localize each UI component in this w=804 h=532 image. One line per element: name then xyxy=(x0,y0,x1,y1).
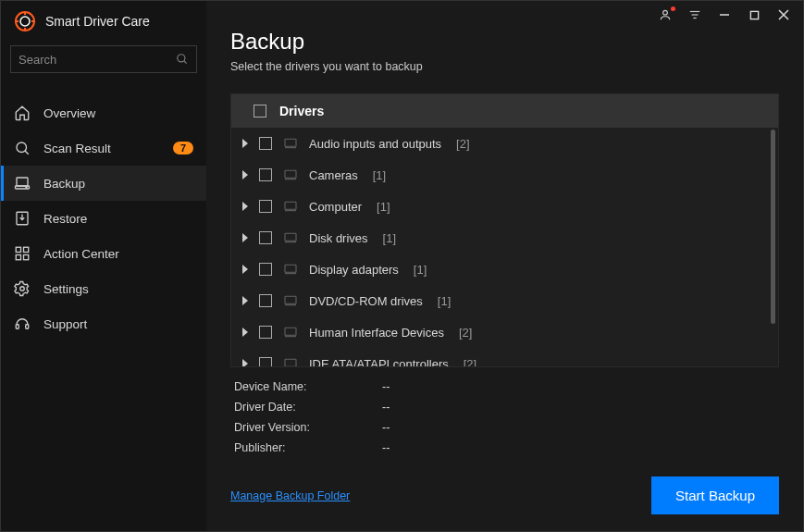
svg-point-12 xyxy=(17,142,27,153)
scrollbar-thumb[interactable] xyxy=(771,130,775,324)
search-input[interactable] xyxy=(10,45,197,73)
sidebar-item-label: Restore xyxy=(43,212,87,226)
driver-category-row[interactable]: IDE ATA/ATAPI controllers[2] xyxy=(231,348,778,366)
category-checkbox[interactable] xyxy=(259,200,272,213)
close-button[interactable] xyxy=(775,6,792,23)
page-subtitle: Select the drivers you want to backup xyxy=(230,60,779,73)
svg-point-9 xyxy=(20,17,30,26)
sidebar-item-backup[interactable]: Backup xyxy=(1,166,206,201)
sidebar-item-overview[interactable]: Overview xyxy=(1,95,206,130)
svg-rect-22 xyxy=(24,255,29,260)
nav-icon xyxy=(14,245,31,262)
sidebar-item-restore[interactable]: Restore xyxy=(1,201,206,236)
category-checkbox[interactable] xyxy=(259,263,272,276)
detail-value: -- xyxy=(382,421,390,434)
category-name: DVD/CD-ROM drives xyxy=(309,294,423,308)
driver-category-row[interactable]: Cameras[1] xyxy=(231,159,778,191)
device-category-icon xyxy=(283,262,298,277)
notification-dot-icon xyxy=(671,6,675,11)
detail-label: Driver Date: xyxy=(234,401,382,414)
category-count: [2] xyxy=(456,137,469,151)
detail-value: -- xyxy=(382,401,390,414)
minimize-button[interactable] xyxy=(716,6,733,23)
expand-caret-icon[interactable] xyxy=(242,265,248,274)
sidebar-item-label: Settings xyxy=(43,282,89,296)
app-logo-icon xyxy=(14,10,36,32)
menu-icon[interactable] xyxy=(686,6,703,23)
device-category-icon xyxy=(283,293,298,308)
expand-caret-icon[interactable] xyxy=(242,170,248,179)
svg-rect-25 xyxy=(26,325,29,329)
detail-row: Publisher:-- xyxy=(234,441,775,454)
sidebar-item-settings[interactable]: Settings xyxy=(1,271,206,306)
manage-backup-folder-link[interactable]: Manage Backup Folder xyxy=(230,489,350,502)
driver-category-row[interactable]: Disk drives[1] xyxy=(231,222,778,254)
svg-rect-30 xyxy=(285,202,296,209)
sidebar-item-label: Action Center xyxy=(43,247,119,261)
category-checkbox[interactable] xyxy=(259,137,272,150)
driver-category-row[interactable]: Audio inputs and outputs[2] xyxy=(231,128,778,159)
driver-list: Drivers Audio inputs and outputs[2]Camer… xyxy=(230,93,779,367)
device-category-icon xyxy=(283,325,298,340)
expand-caret-icon[interactable] xyxy=(242,202,248,211)
sidebar-item-support[interactable]: Support xyxy=(1,306,206,341)
category-checkbox[interactable] xyxy=(259,294,272,307)
expand-caret-icon[interactable] xyxy=(242,328,248,337)
svg-rect-19 xyxy=(16,247,20,252)
category-checkbox[interactable] xyxy=(259,168,272,181)
svg-rect-28 xyxy=(285,170,296,178)
driver-category-row[interactable]: Display adapters[1] xyxy=(231,254,778,285)
sidebar: Smart Driver Care OverviewScan Result7Ba… xyxy=(1,1,206,531)
category-checkbox[interactable] xyxy=(259,357,272,366)
category-count: [1] xyxy=(383,231,396,245)
nav-icon xyxy=(14,210,31,227)
category-name: Disk drives xyxy=(309,231,368,245)
category-name: Cameras xyxy=(309,168,358,182)
account-icon[interactable] xyxy=(657,6,674,23)
device-category-icon xyxy=(283,136,298,151)
sidebar-item-scan-result[interactable]: Scan Result7 xyxy=(1,130,206,166)
category-count: [1] xyxy=(438,294,451,308)
driver-list-header-label: Drivers xyxy=(279,104,324,118)
category-count: [2] xyxy=(459,326,472,340)
svg-rect-38 xyxy=(285,328,296,335)
category-count: [1] xyxy=(414,263,427,277)
select-all-checkbox[interactable] xyxy=(254,105,266,118)
expand-caret-icon[interactable] xyxy=(242,233,248,242)
brand: Smart Driver Care xyxy=(1,1,206,45)
driver-category-row[interactable]: Human Interface Devices[2] xyxy=(231,316,778,348)
category-count: [1] xyxy=(373,168,386,182)
expand-caret-icon[interactable] xyxy=(242,359,248,366)
category-checkbox[interactable] xyxy=(259,231,272,244)
search-icon xyxy=(176,53,189,66)
nav-icon xyxy=(14,315,31,332)
search-field[interactable] xyxy=(19,53,176,67)
expand-caret-icon[interactable] xyxy=(242,296,248,305)
nav-icon xyxy=(14,175,31,192)
svg-rect-20 xyxy=(24,247,29,252)
titlebar xyxy=(646,1,803,29)
detail-value: -- xyxy=(382,380,390,393)
category-name: Audio inputs and outputs xyxy=(309,137,441,151)
driver-list-header: Drivers xyxy=(231,94,778,128)
detail-row: Device Name:-- xyxy=(234,380,775,393)
driver-category-row[interactable]: Computer[1] xyxy=(231,191,778,222)
driver-category-row[interactable]: DVD/CD-ROM drives[1] xyxy=(231,285,778,316)
detail-label: Device Name: xyxy=(234,380,382,393)
start-backup-button[interactable]: Start Backup xyxy=(651,476,779,514)
maximize-button[interactable] xyxy=(746,6,762,23)
category-checkbox[interactable] xyxy=(259,326,272,339)
detail-row: Driver Date:-- xyxy=(234,401,775,414)
nav-icon xyxy=(14,140,31,156)
sidebar-item-action-center[interactable]: Action Center xyxy=(1,236,206,271)
category-name: Human Interface Devices xyxy=(309,326,444,340)
device-category-icon xyxy=(283,199,298,214)
svg-line-11 xyxy=(184,61,187,64)
sidebar-nav: OverviewScan Result7BackupRestoreAction … xyxy=(1,90,206,341)
svg-rect-21 xyxy=(16,255,20,260)
category-count: [2] xyxy=(464,357,476,367)
expand-caret-icon[interactable] xyxy=(242,139,248,148)
detail-value: -- xyxy=(382,441,390,454)
svg-rect-14 xyxy=(17,178,28,186)
svg-point-10 xyxy=(178,55,185,62)
